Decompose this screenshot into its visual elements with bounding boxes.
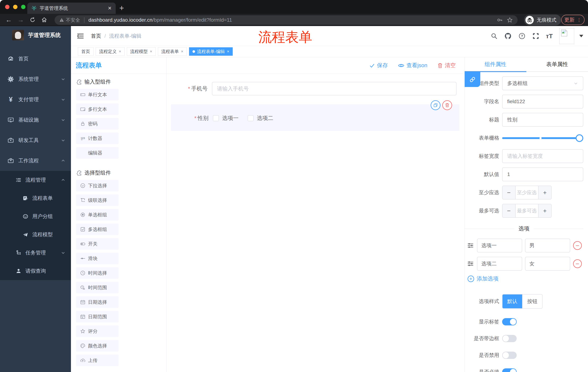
window-minimize-button[interactable] — [13, 5, 18, 9]
palette-item-password[interactable]: 密码 — [76, 118, 119, 130]
sidebar-item-devtools[interactable]: 研发工具 — [0, 130, 71, 150]
avatar-caret-icon[interactable] — [579, 35, 583, 37]
title-input[interactable] — [502, 113, 583, 127]
palette-item-upload[interactable]: 上传 — [76, 354, 119, 366]
palette-item-time-range[interactable]: 时间范围 — [76, 282, 119, 293]
password-key-icon[interactable] — [497, 17, 503, 23]
tag-process-form-edit[interactable]: 流程表单-编辑× — [189, 47, 233, 56]
option-name-input[interactable] — [477, 239, 522, 252]
style-button-button[interactable]: 按钮 — [522, 295, 542, 308]
max-select-input[interactable] — [515, 204, 538, 217]
palette-item-cascader[interactable]: 级联选择 — [76, 194, 119, 206]
palette-item-date-picker[interactable]: 日期选择 — [76, 296, 119, 308]
copy-field-button[interactable] — [431, 100, 441, 110]
phone-field-input[interactable] — [212, 82, 456, 95]
tag-process-form[interactable]: 流程表单× — [158, 47, 187, 56]
clear-button[interactable]: 清空 — [438, 62, 456, 69]
tag-process-definition[interactable]: 流程定义× — [96, 47, 125, 56]
label-width-input[interactable] — [502, 149, 583, 163]
browser-menu-icon[interactable]: ⋮ — [577, 17, 581, 23]
forward-icon[interactable]: → — [18, 16, 24, 24]
palette-item-slider[interactable]: 滑块 — [76, 253, 119, 264]
bookmark-star-icon[interactable] — [507, 17, 513, 23]
sidebar-item-system[interactable]: 系统管理 — [0, 69, 71, 89]
palette-item-rate[interactable]: 评分 — [76, 325, 119, 337]
slider-thumb[interactable] — [576, 134, 583, 142]
remove-option-button[interactable]: − — [573, 259, 582, 268]
field-name-input[interactable] — [502, 95, 583, 108]
delete-field-button[interactable] — [442, 100, 452, 110]
sidebar-item-workflow[interactable]: 工作流程 — [0, 150, 71, 171]
security-warning[interactable]: 不安全 — [59, 17, 80, 23]
sidebar-item-process-model[interactable]: 流程模型 — [0, 225, 71, 244]
link-drawer-tab[interactable] — [465, 72, 480, 87]
required-toggle[interactable] — [502, 368, 517, 372]
tag-process-model[interactable]: 流程模型× — [127, 47, 156, 56]
sidebar-item-leave-query[interactable]: 请假查询 — [0, 262, 71, 280]
gender-option-1[interactable]: 选项一 — [213, 115, 239, 122]
palette-item-single-text[interactable]: 单行文本 — [76, 89, 119, 100]
tab-close-icon[interactable]: ✕ — [108, 5, 112, 11]
option-value-input[interactable] — [525, 257, 570, 271]
stepper-increase-button[interactable]: + — [538, 204, 551, 217]
slider-track[interactable] — [502, 137, 583, 139]
checkbox-icon[interactable] — [248, 115, 254, 121]
drag-handle-icon[interactable] — [467, 260, 474, 267]
github-icon[interactable] — [504, 32, 512, 40]
checkbox-icon[interactable] — [213, 115, 219, 121]
style-default-button[interactable]: 默认 — [503, 295, 522, 308]
reload-icon[interactable] — [30, 17, 36, 23]
stepper-decrease-button[interactable]: − — [503, 204, 515, 217]
palette-item-time-picker[interactable]: 时间选择 — [76, 267, 119, 279]
drag-handle-icon[interactable] — [467, 242, 474, 249]
palette-item-multi-text[interactable]: 多行文本 — [76, 103, 119, 115]
view-json-button[interactable]: 查看json — [398, 62, 427, 69]
default-value-input[interactable] — [502, 167, 583, 181]
back-icon[interactable]: ← — [5, 16, 12, 24]
sidebar-item-task-management[interactable]: 任务管理 — [0, 244, 71, 262]
breadcrumb-home[interactable]: 首页 — [91, 32, 101, 40]
browser-update-button[interactable]: 更新 ⋮ — [561, 15, 585, 25]
disabled-toggle[interactable] — [502, 352, 517, 359]
home-icon[interactable] — [41, 17, 47, 23]
palette-item-counter[interactable]: 123 计数器 — [76, 132, 119, 144]
canvas-field-phone[interactable]: *手机号 — [171, 82, 456, 95]
sidebar-item-infrastructure[interactable]: 基础设施 — [0, 110, 71, 130]
palette-item-switch[interactable]: 开关 — [76, 238, 119, 250]
palette-item-dropdown[interactable]: 下拉选择 — [76, 180, 119, 191]
search-icon[interactable] — [491, 32, 498, 40]
canvas-field-gender-selected[interactable]: *性别 选项一 选项二 — [171, 104, 459, 131]
border-toggle[interactable] — [502, 335, 517, 342]
tag-close-icon[interactable]: × — [119, 49, 121, 54]
font-size-icon[interactable]: тT — [546, 32, 553, 40]
tab-form-props[interactable]: 表单属性 — [526, 57, 588, 71]
sidebar-item-payment[interactable]: ¥ 支付管理 — [0, 89, 71, 110]
sidebar-item-process-management[interactable]: 流程管理 — [0, 171, 71, 189]
new-tab-button[interactable]: + — [119, 3, 124, 13]
tag-home[interactable]: 首页 — [78, 47, 94, 56]
palette-item-date-range[interactable]: 日期范围 — [76, 311, 119, 322]
sidebar-item-user-group[interactable]: 用户分组 — [0, 207, 71, 225]
palette-item-color-picker[interactable]: 颜色选择 — [76, 340, 119, 352]
omnibox[interactable]: 不安全 dashboard.yudao.iocoder.cn/bpm/manag… — [55, 15, 518, 25]
save-button[interactable]: 保存 — [369, 62, 388, 69]
tag-close-icon[interactable]: × — [227, 49, 230, 54]
palette-item-editor[interactable]: 编辑器 — [76, 147, 119, 159]
show-label-toggle[interactable] — [502, 318, 517, 325]
window-close-button[interactable] — [5, 5, 10, 9]
add-option-button[interactable]: + 添加选项 — [468, 275, 583, 282]
stepper-decrease-button[interactable]: − — [503, 186, 515, 199]
browser-tab[interactable]: 芋道管理系统 ✕ — [27, 2, 116, 14]
palette-item-radio-group[interactable]: 单选框组 — [76, 209, 119, 221]
stepper-increase-button[interactable]: + — [538, 186, 551, 199]
tag-close-icon[interactable]: × — [150, 49, 152, 54]
sidebar-item-home[interactable]: 首页 — [0, 49, 71, 69]
palette-item-checkbox-group[interactable]: 多选框组 — [76, 223, 119, 235]
help-icon[interactable]: ? — [518, 32, 525, 40]
option-name-input[interactable] — [477, 257, 522, 271]
gender-option-2[interactable]: 选项二 — [248, 115, 273, 122]
remove-option-button[interactable]: − — [573, 241, 582, 250]
option-value-input[interactable] — [525, 239, 570, 252]
window-zoom-button[interactable] — [21, 5, 25, 9]
tab-component-props[interactable]: 组件属性 — [465, 57, 526, 71]
